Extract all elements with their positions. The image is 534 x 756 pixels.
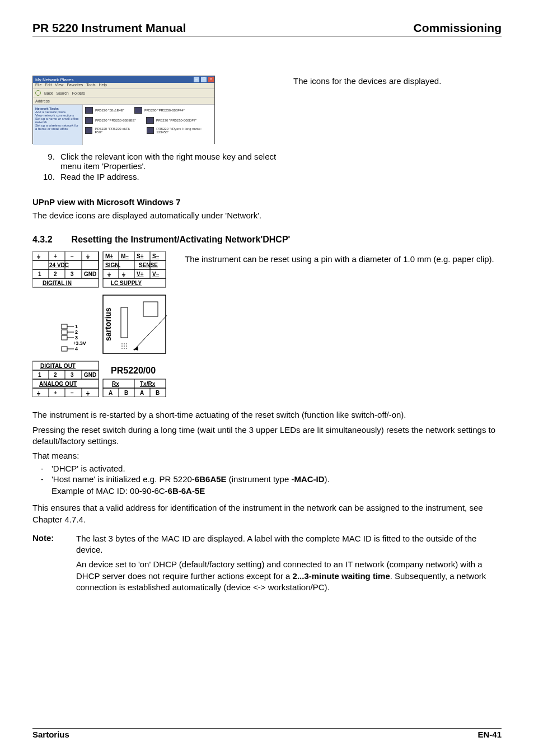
svg-text:SENSE: SENSE — [139, 262, 158, 268]
note-text: The last 3 bytes of the MAC ID are displ… — [76, 533, 502, 556]
back-icon — [35, 90, 41, 96]
section-title: Resetting the Instrument/Activating Netw… — [72, 235, 291, 245]
svg-text:GND: GND — [84, 271, 96, 277]
device-label: PR5220 "xRyers I: long name: 123456" — [156, 127, 212, 134]
svg-text:–: – — [71, 390, 74, 396]
svg-text:3: 3 — [71, 372, 74, 378]
paragraph: That means: — [32, 450, 502, 461]
address-label: Address — [35, 99, 50, 103]
section-number: 4.3.2 — [32, 235, 53, 245]
svg-text:2: 2 — [54, 271, 57, 277]
paragraph: The instrument is re-started by a short-… — [32, 409, 502, 421]
instrument-caption: The instrument can be reset using a pin … — [185, 251, 502, 399]
svg-text:PR5220/00: PR5220/00 — [111, 366, 156, 375]
device-label: PR5230 "PR5230-888F44" — [144, 109, 185, 112]
device-icon — [146, 117, 154, 124]
svg-point-48 — [126, 346, 127, 347]
svg-text:V–: V– — [152, 271, 160, 277]
note-text: An device set to 'on' DHCP (default/fact… — [76, 559, 502, 593]
top-caption: The icons for the devices are displayed. — [293, 76, 502, 144]
menu-item: Favorites — [67, 83, 83, 88]
page-header-left: PR 5220 Instrument Manual — [32, 21, 186, 35]
svg-text:V+: V+ — [137, 271, 144, 277]
toolbar-label: Back — [44, 91, 53, 95]
device-label: PR5220 "58x1E4E" — [95, 109, 124, 112]
svg-text:2: 2 — [54, 372, 57, 378]
upnp-text: The device icons are displayed automatic… — [32, 210, 502, 221]
device-label: PR5230 "PR5230-x6F6 F5G" — [95, 127, 136, 134]
footer-left: Sartorius — [32, 730, 69, 739]
svg-text:⏚: ⏚ — [36, 390, 41, 396]
svg-point-51 — [126, 348, 127, 349]
svg-text:+: + — [54, 390, 57, 396]
svg-text:B: B — [156, 390, 160, 396]
menu-item: Tools — [86, 83, 95, 88]
svg-point-44 — [124, 343, 125, 344]
svg-rect-58 — [62, 330, 67, 334]
svg-text:⏚: ⏚ — [36, 253, 41, 259]
svg-text:DIGITAL OUT: DIGITAL OUT — [40, 363, 76, 369]
svg-rect-61 — [62, 335, 67, 340]
svg-text:sartorius: sartorius — [104, 307, 113, 341]
svg-rect-42 — [121, 307, 128, 338]
svg-text:+3.3V: +3.3V — [73, 340, 86, 346]
toolbar-label: Search — [57, 91, 69, 95]
svg-text:A: A — [109, 390, 113, 396]
device-icon — [85, 117, 93, 124]
svg-text:B: B — [124, 390, 128, 396]
minimize-icon: – — [193, 76, 200, 83]
svg-text:⏚: ⏚ — [86, 253, 90, 259]
svg-text:S–: S– — [152, 253, 160, 259]
svg-rect-55 — [62, 324, 67, 329]
note-label: Note: — [32, 533, 66, 593]
menu-item: Help — [99, 83, 107, 88]
menu-item: Edit — [45, 83, 51, 88]
svg-point-49 — [121, 348, 123, 349]
svg-point-45 — [126, 343, 127, 344]
svg-text:DIGITAL IN: DIGITAL IN — [43, 280, 72, 286]
svg-text:Rx: Rx — [112, 381, 119, 387]
maximize-icon: □ — [200, 76, 207, 83]
device-icon — [85, 127, 92, 134]
footer-right: EN-41 — [477, 730, 502, 739]
svg-text:1: 1 — [38, 271, 41, 277]
sidebar-link: Set up a wireless network for a home or … — [35, 124, 80, 130]
step-item: Read the IP address. — [57, 172, 502, 181]
svg-text:M+: M+ — [105, 253, 113, 259]
sidebar-link: Set up a home or small office network — [35, 117, 80, 124]
svg-rect-65 — [62, 347, 67, 351]
device-icon — [147, 127, 154, 134]
svg-text:LC SUPPLY: LC SUPPLY — [111, 280, 142, 286]
svg-text:⏚: ⏚ — [86, 390, 90, 396]
device-label: PR5230 "PR5230-8889EE" — [95, 119, 136, 122]
menu-item: View — [55, 83, 63, 88]
upnp-heading: UPnP view with Microsoft Windows 7 — [32, 197, 502, 207]
device-label: PR5230 "PR5230-008DF7" — [156, 119, 197, 122]
svg-text:24 VDC: 24 VDC — [49, 262, 69, 268]
bullet-item: 'DHCP' is activated. — [46, 464, 502, 473]
svg-text:⏚: ⏚ — [107, 271, 111, 277]
page-header-right: Commissioning — [413, 21, 502, 35]
paragraph: This ensures that a valid address for id… — [32, 502, 502, 525]
device-icon — [134, 107, 142, 114]
svg-text:S+: S+ — [137, 253, 144, 259]
svg-point-50 — [124, 348, 125, 349]
network-places-screenshot: My Network Places – □ × File Edit View F… — [32, 76, 215, 144]
device-icon — [85, 107, 93, 114]
svg-text:Tx/Rx: Tx/Rx — [140, 381, 156, 387]
svg-point-47 — [124, 346, 125, 347]
paragraph: Pressing the reset switch during a long … — [32, 424, 502, 447]
svg-point-46 — [121, 346, 123, 347]
toolbar-label: Folders — [72, 91, 85, 95]
window-title: My Network Places — [35, 77, 73, 82]
bullet-item: 'Host name' is initialized e.g. PR 5220-… — [46, 474, 502, 496]
svg-text:1: 1 — [75, 324, 78, 329]
svg-text:⏚: ⏚ — [121, 271, 126, 277]
svg-text:SIGN.: SIGN. — [105, 262, 120, 268]
svg-point-43 — [121, 343, 123, 344]
svg-text:1: 1 — [38, 372, 41, 378]
svg-text:3: 3 — [75, 335, 78, 340]
svg-rect-41 — [143, 302, 158, 316]
svg-text:+: + — [54, 253, 57, 259]
instrument-diagram: ⏚+–⏚ 24 VDC 123GND DIGITAL IN M+M–S+S– S… — [32, 251, 167, 399]
